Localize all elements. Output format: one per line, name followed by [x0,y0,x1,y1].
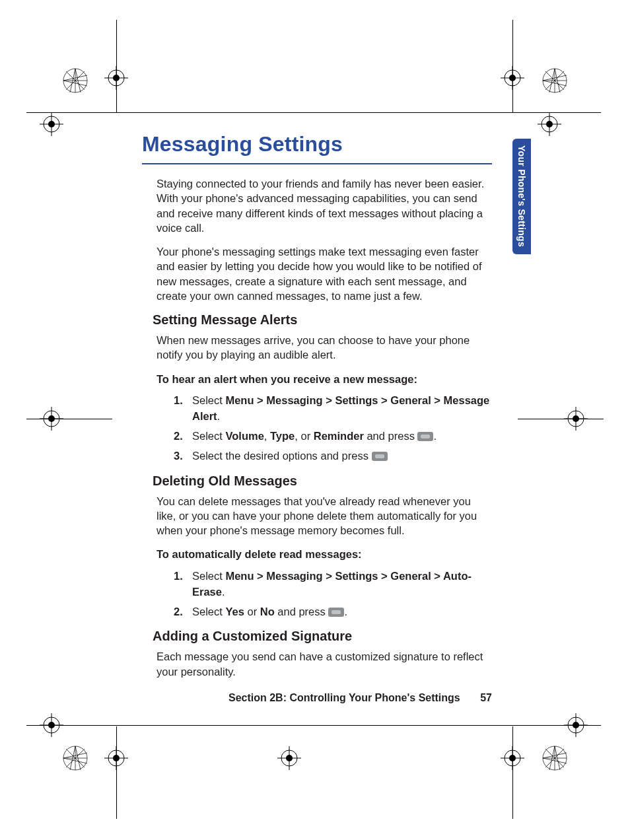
svg-line-19 [66,71,85,90]
svg-line-20 [66,71,85,90]
step-item: Select Volume, Type, or Reminder and pre… [174,429,492,444]
svg-line-28 [545,71,564,90]
svg-line-29 [545,71,564,90]
svg-point-12 [542,116,557,132]
page-title: Messaging Settings [142,132,492,157]
svg-line-77 [549,746,555,770]
svg-point-13 [546,121,553,127]
svg-point-1 [48,121,55,127]
step-item: Select Menu > Messaging > Settings > Gen… [174,393,492,425]
svg-line-30 [555,69,560,92]
step-item: Select Menu > Messaging > Settings > Gen… [174,569,492,600]
ok-button-icon [372,452,388,461]
section-lead: To hear an alert when you receive a new … [157,372,492,386]
svg-line-65 [66,749,85,767]
registration-burst-icon [540,66,569,95]
section-heading: Adding a Customized Signature [153,629,492,644]
svg-line-68 [70,746,75,770]
step-list: Select Menu > Messaging > Settings > Gen… [174,569,492,620]
section-lead: To automatically delete read messages: [157,547,492,561]
title-rule [142,163,492,164]
intro-paragraph: Staying connected to your friends and fa… [157,176,492,235]
intro-paragraph: Your phone's messaging settings make tex… [157,244,492,303]
svg-line-21 [75,69,81,92]
svg-point-51 [286,755,293,761]
svg-point-25 [543,69,567,92]
crop-target-icon [538,112,561,136]
svg-line-79 [543,758,567,763]
thumb-tab: Your Phone's Settings [512,139,531,254]
svg-line-69 [63,753,87,758]
footer-section: Section 2B: Controlling Your Phone's Set… [228,692,460,703]
section-heading: Setting Message Alerts [153,312,492,328]
svg-line-33 [543,81,567,86]
section-body: Each message you send can have a customi… [157,649,492,679]
step-item: Select the desired options and press [174,448,492,464]
svg-point-50 [281,750,297,766]
svg-line-23 [63,75,87,81]
svg-point-62 [63,746,87,770]
svg-line-78 [543,753,567,758]
page-number: 57 [480,692,492,703]
step-list: Select Menu > Messaging > Settings > Gen… [174,393,492,464]
svg-line-32 [543,75,567,81]
page-footer: Section 2B: Controlling Your Phone's Set… [142,692,492,704]
svg-line-76 [555,746,560,770]
svg-point-71 [543,746,567,770]
registration-burst-icon [61,66,90,95]
section-body: You can delete messages that you've alre… [157,494,492,538]
svg-point-16 [63,69,87,92]
svg-line-75 [545,749,564,767]
ok-button-icon [417,432,433,441]
step-item: Select Yes or No and press . [174,604,492,620]
crop-target-icon [40,112,63,136]
svg-line-74 [545,749,564,767]
registration-burst-icon [61,744,90,773]
svg-line-31 [549,69,555,92]
svg-line-22 [70,69,75,92]
svg-line-24 [63,81,87,86]
svg-line-66 [66,749,85,767]
section-heading: Deleting Old Messages [153,473,492,489]
page-content: Messaging Settings Staying connected to … [142,132,492,688]
crop-target-icon [277,746,301,770]
svg-line-67 [75,746,81,770]
ok-button-icon [328,608,344,617]
section-body: When new messages arrive, you can choose… [157,333,492,363]
svg-point-0 [44,116,59,132]
svg-line-70 [63,758,87,763]
registration-burst-icon [540,744,569,773]
